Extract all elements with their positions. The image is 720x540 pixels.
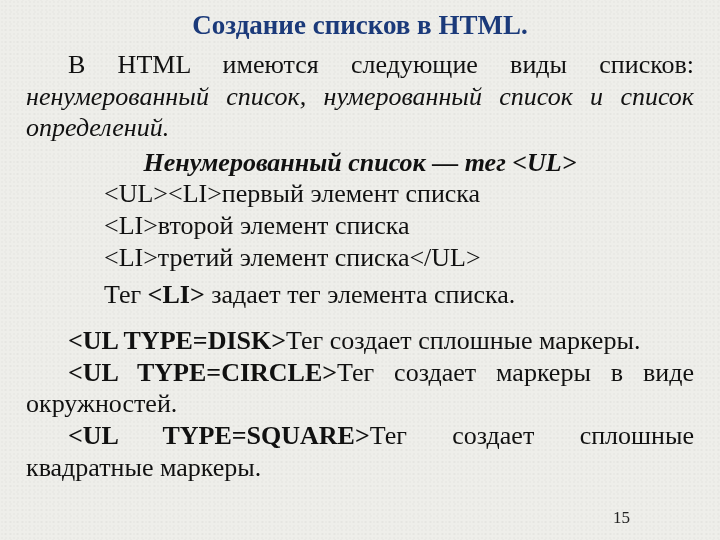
type-square-line: <UL TYPE=SQUARE>Тег создает сплошные ква…	[26, 420, 694, 483]
intro-types: ненумерованный список, нумерованный спис…	[26, 82, 694, 143]
code-line: <UL><LI>первый элемент списка	[104, 178, 694, 210]
code-line: <LI>второй элемент списка	[104, 210, 694, 242]
disk-tag: <UL TYPE=DISK>	[68, 326, 286, 355]
code-line: <LI>третий элемент списка</UL>	[104, 242, 694, 274]
disk-desc: Тег создает сплошные маркеры.	[286, 326, 640, 355]
page-title: Создание списков в HTML.	[26, 10, 694, 41]
type-circle-line: <UL TYPE=CIRCLE>Тег создает маркеры в ви…	[26, 357, 694, 420]
li-desc-post: задает тег элемента списка.	[205, 280, 516, 309]
intro-paragraph: В HTML имеются следующие виды списков: н…	[26, 49, 694, 144]
intro-lead: В HTML имеются следующие виды списков:	[68, 50, 694, 79]
type-disk-line: <UL TYPE=DISK>Тег создает сплошные марке…	[26, 325, 694, 357]
circle-tag: <UL TYPE=CIRCLE>	[68, 358, 337, 387]
page-number: 15	[613, 508, 630, 528]
li-description: Тег <LI> задает тег элемента списка.	[104, 279, 694, 311]
unordered-heading: Ненумерованный список — тег <UL>	[26, 148, 694, 178]
unordered-code-block: <UL><LI>первый элемент списка <LI>второй…	[26, 178, 694, 311]
li-tag: <LI>	[148, 280, 205, 309]
li-desc-pre: Тег	[104, 280, 148, 309]
square-tag: <UL TYPE=SQUARE>	[68, 421, 370, 450]
